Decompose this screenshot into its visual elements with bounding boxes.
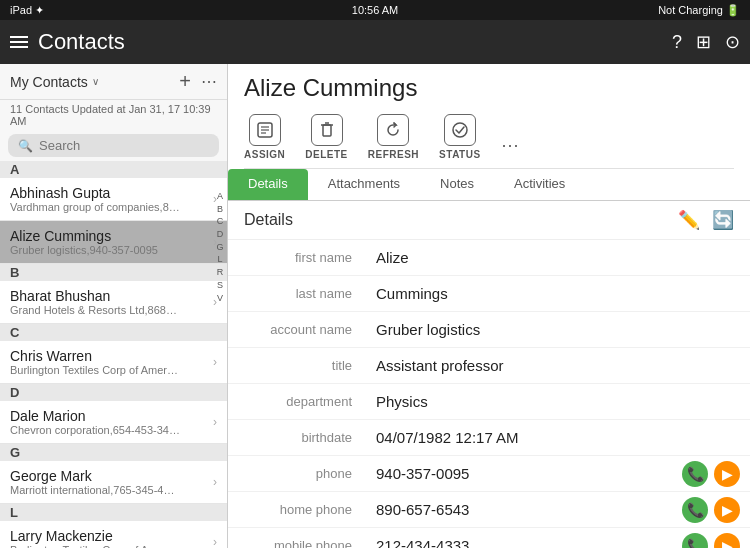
delete-icon (311, 114, 343, 146)
phone-actions: 📞 ▶ (682, 461, 750, 487)
title-bar: Contacts ? ⊞ ⊙ (0, 20, 750, 64)
field-label: home phone (228, 494, 368, 525)
alpha-d[interactable]: D (217, 229, 224, 241)
ipad-label: iPad ✦ (10, 4, 44, 17)
section-header-a: A (0, 161, 227, 178)
field-last-name: last name Cummings (228, 276, 750, 312)
contact-sub: Burlington Textiles Corp of America,978.… (10, 364, 180, 376)
tab-activities[interactable]: Activities (494, 169, 585, 200)
tab-details[interactable]: Details (228, 169, 308, 200)
video-button[interactable]: ▶ (714, 533, 740, 549)
edit-icon[interactable]: ✏️ (678, 209, 700, 231)
field-title: title Assistant professor (228, 348, 750, 384)
alpha-r[interactable]: R (217, 267, 224, 279)
field-label: birthdate (228, 422, 368, 453)
help-icon[interactable]: ? (672, 32, 682, 53)
contact-name: Alize Cummings (10, 228, 213, 244)
sidebar-header-left: My Contacts ∨ (10, 74, 99, 90)
call-button[interactable]: 📞 (682, 533, 708, 549)
contact-sub: Burlington Textiles Corp of America,456.… (10, 544, 180, 548)
alpha-index: A B C D G L R S V (213, 161, 227, 548)
svg-point-7 (453, 123, 467, 137)
tab-notes[interactable]: Notes (420, 169, 494, 200)
video-button[interactable]: ▶ (714, 461, 740, 487)
status-right: Not Charging 🔋 (658, 4, 740, 17)
contact-full-name: Alize Cummings (244, 74, 734, 102)
alpha-b[interactable]: B (217, 204, 223, 216)
contact-info: Bharat Bhushan Grand Hotels & Resorts Lt… (10, 288, 213, 316)
field-label: title (228, 350, 368, 381)
grid-icon[interactable]: ⊞ (696, 31, 711, 53)
field-label: department (228, 386, 368, 417)
contact-item-active[interactable]: Alize Cummings Gruber logistics,940-357-… (0, 221, 227, 264)
contact-info: Chris Warren Burlington Textiles Corp of… (10, 348, 213, 376)
video-button[interactable]: ▶ (714, 497, 740, 523)
assign-button[interactable]: ASSIGN (244, 114, 285, 160)
detail-panel: Alize Cummings ASSIGN (228, 64, 750, 548)
tabs: Details Attachments Notes Activities (228, 169, 750, 201)
field-label: phone (228, 458, 368, 489)
alpha-v[interactable]: V (217, 293, 223, 305)
field-department: department Physics (228, 384, 750, 420)
field-label: first name (228, 242, 368, 273)
hamburger-icon[interactable] (10, 36, 28, 48)
refresh-icon (377, 114, 409, 146)
home-icon[interactable]: ⊙ (725, 31, 740, 53)
status-button[interactable]: STATUS (439, 114, 481, 160)
contact-item[interactable]: Abhinash Gupta Vardhman group of compani… (0, 178, 227, 221)
more-options-button[interactable]: ⋯ (201, 72, 217, 91)
refresh-button[interactable]: REFRESH (368, 114, 419, 160)
refresh-label: REFRESH (368, 149, 419, 160)
alpha-g[interactable]: G (216, 242, 223, 254)
field-label: mobile phone (228, 530, 368, 548)
app-title: Contacts (38, 29, 125, 55)
tab-attachments[interactable]: Attachments (308, 169, 420, 200)
mobile-phone-actions: 📞 ▶ (682, 533, 750, 549)
add-contact-button[interactable]: + (179, 70, 191, 93)
chevron-down-icon[interactable]: ∨ (92, 76, 99, 87)
alpha-a[interactable]: A (217, 191, 223, 203)
delete-button[interactable]: DELETE (305, 114, 347, 160)
contact-item[interactable]: George Mark Marriott international,765-3… (0, 461, 227, 504)
my-contacts-label: My Contacts (10, 74, 88, 90)
svg-rect-4 (323, 125, 331, 136)
section-header-c: C (0, 324, 227, 341)
field-label: account name (228, 314, 368, 345)
contacts-list: A Abhinash Gupta Vardhman group of compa… (0, 161, 227, 548)
section-header-l: L (0, 504, 227, 521)
contact-item[interactable]: Dale Marion Chevron corporation,654-453-… (0, 401, 227, 444)
field-value: Gruber logistics (368, 313, 750, 346)
assign-icon (249, 114, 281, 146)
section-header-b: B (0, 264, 227, 281)
contacts-count: 11 Contacts Updated at Jan 31, 17 10:39 … (0, 100, 227, 130)
call-button[interactable]: 📞 (682, 461, 708, 487)
sync-icon[interactable]: 🔄 (712, 209, 734, 231)
contact-name: Dale Marion (10, 408, 213, 424)
detail-section-title: Details (244, 211, 293, 229)
detail-edit-actions: ✏️ 🔄 (678, 209, 734, 231)
alpha-s[interactable]: S (217, 280, 223, 292)
contact-sub: Marriott international,765-345-4456 (10, 484, 180, 496)
contact-item[interactable]: Chris Warren Burlington Textiles Corp of… (0, 341, 227, 384)
alpha-c[interactable]: C (217, 216, 224, 228)
contact-sub: Chevron corporation,654-453-3432 (10, 424, 180, 436)
more-detail-button[interactable]: ⋯ (501, 134, 519, 156)
field-first-name: first name Alize (228, 240, 750, 276)
search-input[interactable] (39, 138, 209, 153)
contact-item[interactable]: Larry Mackenzie Burlington Textiles Corp… (0, 521, 227, 548)
field-value: Cummings (368, 277, 750, 310)
contact-sub: Grand Hotels & Resorts Ltd,8687688890 (10, 304, 180, 316)
call-button[interactable]: 📞 (682, 497, 708, 523)
contact-info: George Mark Marriott international,765-3… (10, 468, 213, 496)
contact-sub: Gruber logistics,940-357-0095 (10, 244, 180, 256)
search-bar: 🔍 (8, 134, 219, 157)
field-value: 890-657-6543 (368, 493, 682, 526)
contact-item[interactable]: Bharat Bhushan Grand Hotels & Resorts Lt… (0, 281, 227, 324)
alpha-l[interactable]: L (217, 254, 222, 266)
contact-name: Larry Mackenzie (10, 528, 213, 544)
section-header-d: D (0, 384, 227, 401)
title-bar-right: ? ⊞ ⊙ (672, 31, 740, 53)
section-header-g: G (0, 444, 227, 461)
field-value: Assistant professor (368, 349, 750, 382)
main-layout: My Contacts ∨ + ⋯ 11 Contacts Updated at… (0, 64, 750, 548)
